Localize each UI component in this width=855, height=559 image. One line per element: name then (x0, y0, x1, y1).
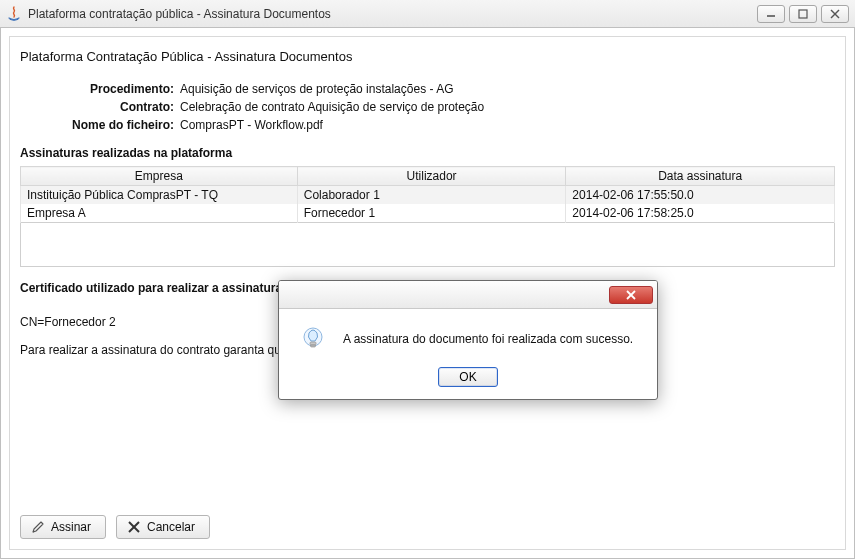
col-utilizador[interactable]: Utilizador (297, 167, 566, 186)
window-titlebar: Plataforma contratação pública - Assinat… (0, 0, 855, 28)
dialog-ok-button[interactable]: OK (438, 367, 497, 387)
java-app-icon (6, 6, 22, 22)
cancelar-button[interactable]: Cancelar (116, 515, 210, 539)
dialog-message: A assinatura do documento foi realizada … (343, 332, 633, 346)
table-row[interactable]: Instituição Pública ComprasPT - TQ Colab… (21, 186, 835, 205)
window-maximize-button[interactable] (789, 5, 817, 23)
window-minimize-button[interactable] (757, 5, 785, 23)
cell-data: 2014-02-06 17:58:25.0 (566, 204, 835, 223)
success-dialog: A assinatura do documento foi realizada … (278, 280, 658, 400)
svg-rect-10 (310, 342, 316, 345)
meta-row-procedimento: Procedimento: Aquisição de serviços de p… (50, 82, 835, 96)
cell-utilizador: Colaborador 1 (297, 186, 566, 205)
signatures-section-title: Assinaturas realizadas na plataforma (20, 146, 835, 160)
meta-row-contrato: Contrato: Celebração de contrato Aquisiç… (50, 100, 835, 114)
procedimento-value: Aquisição de serviços de proteção instal… (180, 82, 453, 96)
ficheiro-label: Nome do ficheiro: (50, 118, 180, 132)
assinar-button[interactable]: Assinar (20, 515, 106, 539)
dialog-titlebar (279, 281, 657, 309)
window-title: Plataforma contratação pública - Assinat… (28, 7, 751, 21)
window-close-button[interactable] (821, 5, 849, 23)
svg-rect-11 (311, 345, 316, 347)
contrato-value: Celebração de contrato Aquisição de serv… (180, 100, 484, 114)
cell-data: 2014-02-06 17:55:50.0 (566, 186, 835, 205)
page-title: Plataforma Contratação Pública - Assinat… (20, 49, 835, 64)
cell-empresa: Instituição Pública ComprasPT - TQ (21, 186, 298, 205)
cell-empresa: Empresa A (21, 204, 298, 223)
lightbulb-info-icon (297, 323, 329, 355)
col-data[interactable]: Data assinatura (566, 167, 835, 186)
signatures-table: Empresa Utilizador Data assinatura Insti… (20, 166, 835, 223)
close-icon (127, 520, 141, 534)
pencil-icon (31, 520, 45, 534)
svg-rect-1 (799, 10, 807, 18)
dialog-close-button[interactable] (609, 286, 653, 304)
ficheiro-value: ComprasPT - Workflow.pdf (180, 118, 323, 132)
procedimento-label: Procedimento: (50, 82, 180, 96)
cell-utilizador: Fornecedor 1 (297, 204, 566, 223)
svg-line-4 (33, 531, 35, 532)
assinar-label: Assinar (51, 520, 91, 534)
table-empty-area (20, 223, 835, 267)
contrato-label: Contrato: (50, 100, 180, 114)
meta-row-ficheiro: Nome do ficheiro: ComprasPT - Workflow.p… (50, 118, 835, 132)
col-empresa[interactable]: Empresa (21, 167, 298, 186)
table-row[interactable]: Empresa A Fornecedor 1 2014-02-06 17:58:… (21, 204, 835, 223)
cancelar-label: Cancelar (147, 520, 195, 534)
